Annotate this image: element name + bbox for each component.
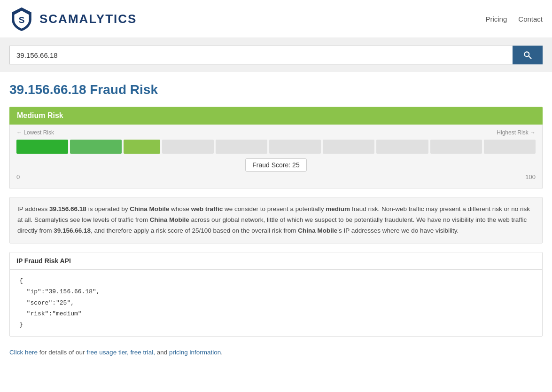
search-icon <box>523 50 532 60</box>
search-input[interactable] <box>9 46 513 64</box>
segment-2 <box>70 140 122 154</box>
api-line-3: "score":"25", <box>19 298 533 308</box>
nav-pricing[interactable]: Pricing <box>485 15 507 23</box>
api-line-5: } <box>19 319 533 330</box>
desc-isp2: China Mobile <box>150 216 189 223</box>
api-line-2: "ip":"39.156.66.18", <box>19 286 533 297</box>
segment-4 <box>162 140 214 154</box>
score-range-labels: 0 100 <box>16 173 536 180</box>
search-button[interactable] <box>513 46 543 64</box>
header: S SCAMALYTICS Pricing Contact <box>0 0 552 38</box>
main-content: 39.156.66.18 Fraud Risk Medium Risk ← Lo… <box>0 72 552 368</box>
desc-isp3: China Mobile <box>298 227 337 234</box>
segment-7 <box>323 140 374 154</box>
description-box: IP address 39.156.66.18 is operated by C… <box>9 197 543 243</box>
desc-risk-level: medium <box>326 205 350 212</box>
api-box: IP Fraud Risk API { "ip":"39.156.66.18",… <box>9 252 543 337</box>
highest-risk-label: Highest Risk → <box>497 129 536 136</box>
segment-5 <box>216 140 267 154</box>
api-line-1: { <box>19 275 533 286</box>
risk-labels: ← Lowest Risk Highest Risk → <box>16 129 536 136</box>
desc-ip2: 39.156.66.18 <box>54 227 91 234</box>
desc-mid2: whose <box>169 205 191 212</box>
desc-mid1: is operated by <box>86 205 130 212</box>
segment-8 <box>376 140 428 154</box>
score-max-label: 100 <box>525 173 536 180</box>
segment-6 <box>269 140 321 154</box>
api-line-4: "risk":"medium" <box>19 308 533 319</box>
search-form <box>9 46 543 64</box>
desc-ip: 39.156.66.18 <box>49 205 86 212</box>
segment-1 <box>16 140 68 154</box>
footer-text1: for details of our <box>38 349 86 356</box>
pricing-info-link[interactable]: pricing information <box>169 349 221 356</box>
score-min-label: 0 <box>16 173 20 180</box>
footer-text2: and <box>155 349 169 356</box>
segment-3 <box>124 140 160 154</box>
desc-line4: 's IP addresses where we do have visibil… <box>337 227 459 234</box>
click-here-link[interactable]: Click here <box>9 349 38 356</box>
logo-area: S SCAMALYTICS <box>9 7 137 31</box>
logo-shield-icon: S <box>9 7 34 31</box>
svg-text:S: S <box>19 15 25 25</box>
score-bar <box>16 140 536 154</box>
logo-text: SCAMALYTICS <box>39 12 137 26</box>
risk-gauge-container: ← Lowest Risk Highest Risk → Fraud Score… <box>9 125 543 188</box>
risk-banner: Medium Risk <box>9 107 543 125</box>
nav-contact[interactable]: Contact <box>518 15 543 23</box>
fraud-score-row: Fraud Score: 25 <box>16 158 536 172</box>
free-usage-link[interactable]: free usage tier, free trial, <box>86 349 155 356</box>
segment-10 <box>484 140 536 154</box>
desc-mid3: we consider to present a potentially <box>223 205 326 212</box>
api-code: { "ip":"39.156.66.18", "score":"25", "ri… <box>10 270 542 336</box>
lowest-risk-label: ← Lowest Risk <box>16 129 54 136</box>
segment-9 <box>430 140 482 154</box>
page-title: 39.156.66.18 Fraud Risk <box>9 82 543 97</box>
nav-links: Pricing Contact <box>485 15 543 23</box>
footer-text3: . <box>221 349 223 356</box>
desc-web-traffic: web traffic <box>191 205 223 212</box>
search-section <box>0 38 552 72</box>
fraud-score-badge: Fraud Score: 25 <box>245 158 306 172</box>
svg-line-2 <box>529 56 531 58</box>
api-box-title: IP Fraud Risk API <box>10 252 542 270</box>
desc-line3: , and therefore apply a risk score of 25… <box>91 227 298 234</box>
desc-isp: China Mobile <box>130 205 169 212</box>
footer-link-row: Click here for details of our free usage… <box>9 345 543 358</box>
desc-prefix: IP address <box>17 205 49 212</box>
